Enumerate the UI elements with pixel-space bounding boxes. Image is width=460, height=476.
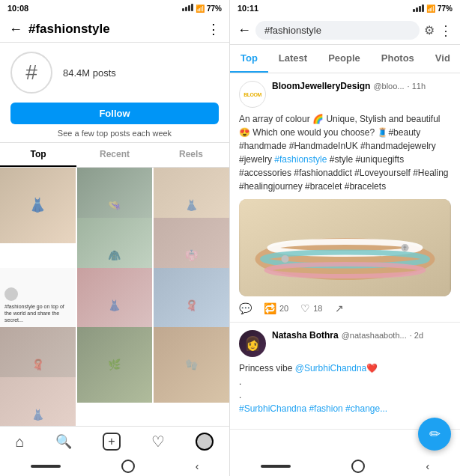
follow-button[interactable]: Follow — [10, 103, 219, 124]
time-right: 10:11 — [237, 4, 258, 13]
tweet-text-2: Princess vibe @SurbhiChandna❤️ . . #Surb… — [239, 361, 451, 415]
tweet-actions-1: 💬 🔁 20 ♡ 18 ↗ — [239, 302, 451, 314]
gesture-chevron: ‹ — [196, 460, 199, 472]
like-count: 18 — [313, 304, 322, 313]
tw-tab-photos[interactable]: Photos — [371, 45, 425, 73]
bloom-avatar: BLOOM — [239, 81, 266, 108]
ig-header: ← #fashionstyle ⋮ — [0, 16, 229, 43]
tweet-name-2: Natasha Bothra — [272, 330, 339, 341]
bracelet-photo: ✝ — [239, 199, 451, 296]
tweet-card-1: BLOOM BloomJewelleryDesign @bloo... · 11… — [230, 73, 460, 323]
photo-cell-11[interactable]: 🧤 — [154, 327, 229, 403]
tweet-header-1: BLOOM BloomJewelleryDesign @bloo... · 11… — [239, 81, 451, 108]
profile-info: 84.4M posts — [63, 67, 116, 79]
add-nav-icon[interactable]: + — [103, 433, 121, 451]
reply-action[interactable]: 💬 — [239, 302, 252, 314]
svg-text:✝: ✝ — [402, 245, 408, 251]
compose-fab-button[interactable]: ✏ — [418, 418, 451, 451]
tw-content: BLOOM BloomJewelleryDesign @bloo... · 11… — [230, 73, 460, 457]
tweet-image-1: ✝ — [239, 199, 451, 296]
retweet-action[interactable]: 🔁 20 — [264, 302, 288, 314]
tweet-name-row-1: BloomJewelleryDesign @bloo... · 11h — [272, 81, 451, 91]
tw-tabs: Top Latest People Photos Vid — [230, 45, 460, 73]
tweet-card-2: 👩 Natasha Bothra @natashaaboth... · 2d P… — [230, 323, 460, 430]
tweet-meta-1: BloomJewelleryDesign @bloo... · 11h — [272, 81, 451, 91]
wifi-icon: 📶 — [196, 4, 205, 13]
share-action[interactable]: ↗ — [335, 302, 344, 314]
ig-header-left: ← #fashionstyle — [9, 22, 110, 37]
gesture-pill — [31, 465, 61, 468]
like-action[interactable]: ♡ 18 — [300, 302, 322, 314]
battery-left: 77% — [207, 4, 222, 13]
tweet-name-1: BloomJewelleryDesign — [272, 81, 370, 91]
hashtag-avatar: # — [10, 52, 52, 94]
back-button[interactable]: ← — [9, 22, 22, 37]
status-bar-right: 10:11 📶 77% — [230, 0, 460, 16]
profile-avatar-icon[interactable] — [196, 433, 214, 451]
tw-search-bar[interactable]: #fashionstyle — [255, 21, 420, 40]
status-bar-left: 10:08 📶 77% — [0, 0, 229, 16]
tw-header: ← #fashionstyle ⚙ ⋮ — [230, 16, 460, 45]
twitter-panel: 10:11 📶 77% ← #fashionstyle ⚙ ⋮ Top Late… — [230, 0, 460, 476]
tweet-handle-1: @bloo... — [373, 82, 404, 91]
tweet-time-2: · 2d — [410, 331, 423, 340]
search-text: #fashionstyle — [264, 25, 321, 36]
home-nav-icon[interactable]: ⌂ — [16, 433, 25, 451]
tab-reels[interactable]: Reels — [153, 143, 229, 167]
gesture-circle — [121, 460, 135, 473]
retweet-icon: 🔁 — [264, 302, 276, 314]
retweet-count: 20 — [279, 304, 288, 313]
tw-tab-vid[interactable]: Vid — [425, 45, 460, 73]
like-icon: ♡ — [300, 302, 310, 314]
status-icons-right: 📶 77% — [413, 4, 453, 13]
signal-icon — [182, 4, 193, 13]
photo-cell-1[interactable]: 👗 — [0, 168, 76, 243]
search-nav-icon[interactable]: 🔍 — [55, 433, 72, 450]
tweet-meta-2: Natasha Bothra @natashaaboth... · 2d — [272, 330, 451, 341]
tw-tab-people[interactable]: People — [318, 45, 371, 73]
tweet-time-1: · 11h — [408, 82, 426, 91]
text-post-content: #fashionstyle go on top of the world and… — [4, 303, 71, 323]
instagram-panel: 10:08 📶 77% ← #fashionstyle ⋮ # 84.4M po — [0, 0, 230, 476]
ig-page-title: #fashionstyle — [28, 22, 110, 37]
heart-nav-icon[interactable]: ♡ — [151, 433, 165, 451]
more-options-button[interactable]: ⋮ — [207, 21, 220, 37]
reply-icon: 💬 — [239, 302, 252, 314]
see-posts-text: See a few top posts each week — [0, 129, 229, 138]
photo-grid: 👗 👒 👗 🧥 👘 #fashionstyle go on top of the… — [0, 168, 229, 426]
profile-section: # 84.4M posts — [0, 43, 229, 98]
ig-tabs: Top Recent Reels — [0, 142, 229, 168]
svg-point-7 — [282, 255, 289, 263]
tw-tab-latest[interactable]: Latest — [268, 45, 318, 73]
gesture-bar-right: ‹ — [230, 457, 460, 476]
wifi-icon-right: 📶 — [426, 4, 435, 13]
tw-more-button[interactable]: ⋮ — [439, 22, 453, 39]
gesture-chevron-right: ‹ — [426, 460, 430, 472]
tw-tab-top[interactable]: Top — [230, 45, 268, 73]
ig-bottom-nav: ⌂ 🔍 + ♡ — [0, 426, 229, 457]
gesture-pill-right — [261, 465, 291, 468]
time-left: 10:08 — [7, 4, 28, 13]
tab-top[interactable]: Top — [0, 143, 76, 167]
battery-right: 77% — [438, 4, 453, 13]
posts-count: 84.4M posts — [63, 67, 116, 79]
status-icons-left: 📶 77% — [182, 4, 222, 13]
tab-recent[interactable]: Recent — [76, 143, 153, 167]
tw-back-button[interactable]: ← — [237, 22, 251, 38]
photo-cell-10[interactable]: 🌿 — [77, 327, 153, 403]
gesture-circle-right — [351, 460, 365, 473]
gesture-bar-left: ‹ — [0, 457, 229, 476]
photo-cell-12[interactable]: 👗 — [0, 377, 76, 426]
share-icon: ↗ — [335, 302, 344, 314]
tweet-header-2: 👩 Natasha Bothra @natashaaboth... · 2d — [239, 330, 451, 357]
tweet-handle-2: @natashaaboth... — [342, 331, 407, 340]
natasha-avatar: 👩 — [239, 330, 266, 357]
text-post-avatar — [4, 287, 18, 301]
tweet-name-row-2: Natasha Bothra @natashaaboth... · 2d — [272, 330, 451, 341]
filter-icon[interactable]: ⚙ — [424, 23, 435, 37]
tweet-text-1: An array of colour 🌈 Unique, Stylish and… — [239, 112, 451, 193]
